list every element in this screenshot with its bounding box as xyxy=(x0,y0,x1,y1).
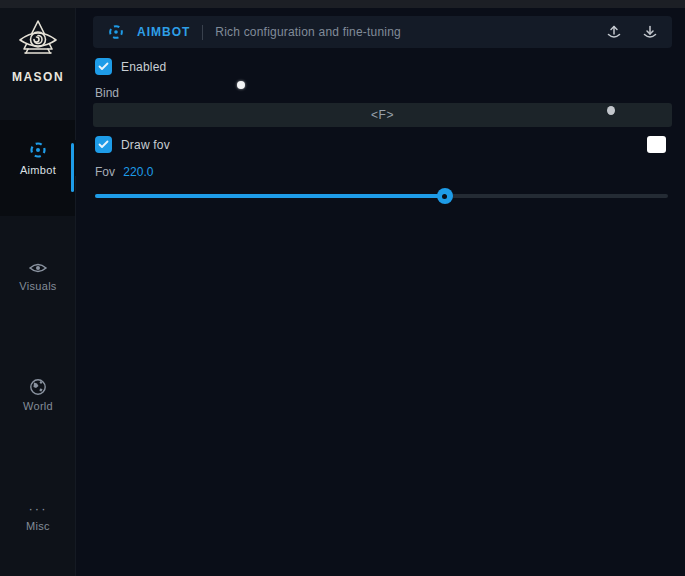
enabled-row: Enabled xyxy=(95,58,166,75)
sidebar-item-label: World xyxy=(0,400,76,412)
fov-label: Fov xyxy=(95,165,115,179)
fov-label-row: Fov 220.0 xyxy=(95,165,153,179)
download-config-button[interactable] xyxy=(642,24,658,40)
window-top-strip xyxy=(0,0,685,8)
bind-input[interactable]: <F> xyxy=(93,103,672,127)
header-actions xyxy=(606,24,658,40)
page-header: AIMBOT Rich configuration and fine-tunin… xyxy=(93,16,672,48)
page-subtitle: Rich configuration and fine-tuning xyxy=(215,25,401,39)
sidebar: MASON Aimbot Visuals World ··· Misc xyxy=(0,8,76,576)
draw-fov-checkbox[interactable] xyxy=(95,136,112,153)
mason-eye-pyramid-icon xyxy=(12,16,64,68)
globe-icon xyxy=(29,378,47,396)
crosshair-icon xyxy=(107,23,125,41)
fov-slider[interactable] xyxy=(95,188,668,204)
draw-fov-label: Draw fov xyxy=(121,138,170,152)
header-divider xyxy=(202,25,203,40)
eye-icon xyxy=(28,260,48,276)
upload-icon xyxy=(606,24,622,40)
sidebar-item-label: Visuals xyxy=(0,280,76,292)
page-title: AIMBOT xyxy=(137,25,190,39)
active-indicator-bar xyxy=(71,143,74,192)
fov-slider-handle[interactable] xyxy=(437,188,453,204)
draw-fov-color-swatch[interactable] xyxy=(647,136,666,153)
fov-value: 220.0 xyxy=(123,165,153,179)
bind-label: Bind xyxy=(95,86,119,100)
enabled-label: Enabled xyxy=(121,60,166,74)
sidebar-item-visuals[interactable]: Visuals xyxy=(0,260,76,292)
checkmark-icon xyxy=(98,140,109,149)
fov-slider-fill xyxy=(95,194,445,198)
download-icon xyxy=(642,24,658,40)
sidebar-item-aimbot[interactable]: Aimbot xyxy=(0,140,76,176)
checkmark-icon xyxy=(98,62,109,71)
ellipsis-icon: ··· xyxy=(0,504,76,518)
mouse-cursor-dot xyxy=(237,81,245,89)
sidebar-item-misc[interactable]: ··· Misc xyxy=(0,504,76,532)
sidebar-item-world[interactable]: World xyxy=(0,378,76,412)
app-logo: MASON xyxy=(0,16,76,84)
upload-config-button[interactable] xyxy=(606,24,622,40)
sidebar-item-label: Misc xyxy=(0,520,76,532)
bind-value: <F> xyxy=(371,108,394,122)
logo-text: MASON xyxy=(0,70,76,84)
main-content: AIMBOT Rich configuration and fine-tunin… xyxy=(76,8,685,576)
draw-fov-row: Draw fov xyxy=(95,136,170,153)
enabled-checkbox[interactable] xyxy=(95,58,112,75)
sidebar-item-label: Aimbot xyxy=(0,164,76,176)
crosshair-icon xyxy=(28,140,48,160)
